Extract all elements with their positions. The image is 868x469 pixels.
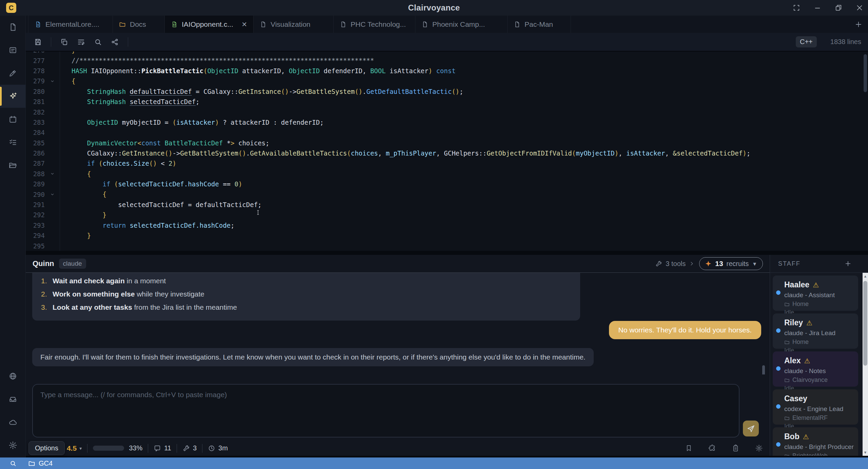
scroll-up-icon[interactable]: ▲ <box>863 273 868 279</box>
sidebar-item-settings[interactable] <box>0 434 26 457</box>
message-input[interactable] <box>32 384 739 437</box>
code-line-279[interactable]: 279{ <box>26 76 868 86</box>
staff-card-bob[interactable]: Bob⚠claude - Bright ProducerBrightonWebI… <box>773 427 858 456</box>
workspace-label: GC4 <box>39 460 53 467</box>
paper-plane-icon <box>747 424 755 433</box>
clipboard-icon[interactable] <box>732 444 739 452</box>
folder-icon <box>784 415 790 421</box>
restore-icon[interactable] <box>835 4 842 12</box>
code-line-295[interactable]: 295 <box>26 241 868 251</box>
add-staff-icon[interactable] <box>844 260 852 267</box>
code-line-289[interactable]: 289 if (selectedTacticDef.hashCode == 0) <box>26 179 868 189</box>
tools-label: 3 tools <box>666 260 686 268</box>
workspace-selector[interactable]: GC4 <box>28 460 53 467</box>
tools-link[interactable]: 3 tools <box>655 260 694 268</box>
fold-chevron-icon[interactable] <box>45 79 60 84</box>
line-number: 293 <box>26 222 45 229</box>
fold-chevron-icon[interactable] <box>45 192 60 197</box>
sidebar-item-board[interactable] <box>0 39 26 62</box>
sidebar-item-projects[interactable] <box>0 154 26 177</box>
tab-5[interactable]: PHC Technolog... <box>334 16 415 33</box>
scroll-down-icon[interactable]: ▼ <box>863 450 868 455</box>
staff-scrollbar[interactable]: ▲ ▼ <box>863 273 868 456</box>
staff-card-alex[interactable]: Alex⚠claude - NotesClairvoyanceIdle <box>773 351 858 387</box>
model-selector[interactable]: 4.5 ▾ <box>67 444 82 452</box>
sidebar-item-cloud[interactable] <box>0 411 26 434</box>
tab-6[interactable]: Phoenix Camp... <box>415 16 508 33</box>
line-number: 284 <box>26 129 45 136</box>
code-editor[interactable]: 276}277//*******************************… <box>26 52 868 251</box>
chat-header: Quinn claude 3 tools 13 recruits ▼ <box>26 255 770 273</box>
close-icon[interactable] <box>856 4 863 12</box>
assistant-message: 1.Wait and check again in a moment2.Work… <box>32 273 580 321</box>
code-line-288[interactable]: 288 { <box>26 169 868 179</box>
code-line-287[interactable]: 287 if (choices.Size() < 2) <box>26 158 868 168</box>
line-number: 295 <box>26 242 45 250</box>
staff-card-casey[interactable]: Caseycodex - Engine LeadElementalRFIdle <box>773 389 858 425</box>
tab-4[interactable]: Visualization <box>254 16 334 33</box>
plugin-icon[interactable] <box>708 444 716 452</box>
sidebar-item-pen[interactable] <box>0 62 26 85</box>
toolbar-divider <box>128 37 128 47</box>
copy-icon[interactable] <box>60 38 68 46</box>
model-label: 4.5 <box>67 444 77 452</box>
staff-scrollbar-thumb[interactable] <box>863 281 867 366</box>
chat-scrollbar-thumb[interactable] <box>762 365 765 374</box>
bookmark-icon[interactable] <box>685 444 693 452</box>
sidebar-item-inbox[interactable] <box>0 388 26 411</box>
code-line-292[interactable]: 292 } <box>26 210 868 220</box>
send-button[interactable] <box>743 421 759 436</box>
code-line-282[interactable]: 282 <box>26 107 868 117</box>
tab-3[interactable]: IAIOpponent.c...✕ <box>165 16 254 33</box>
code-line-285[interactable]: 285 DynamicVector<const BattleTacticDef … <box>26 138 868 148</box>
tab-2[interactable]: Docs <box>113 16 165 33</box>
options-button[interactable]: Options <box>28 441 65 455</box>
editor-scrollbar-thumb[interactable] <box>864 54 867 92</box>
code-line-280[interactable]: 280 StringHash defaultTacticDef = CGalax… <box>26 86 868 97</box>
search-icon[interactable] <box>94 38 102 46</box>
folder-open-icon <box>8 161 17 170</box>
folder-icon <box>784 302 790 307</box>
save-icon[interactable] <box>34 38 42 46</box>
code-line-277[interactable]: 277//***********************************… <box>26 55 868 65</box>
fullscreen-icon[interactable] <box>793 4 800 12</box>
code-line-290[interactable]: 290 { <box>26 189 868 199</box>
tab-1[interactable]: ElementalLore.... <box>28 16 113 33</box>
text-cursor-icon <box>255 210 261 220</box>
sidebar-item-globe[interactable] <box>0 365 26 388</box>
recruits-button[interactable]: 13 recruits ▼ <box>699 257 763 270</box>
code-line-294[interactable]: 294 } <box>26 230 868 241</box>
code-line-284[interactable]: 284 <box>26 127 868 138</box>
sidebar-item-calendar[interactable] <box>0 108 26 131</box>
line-number: 281 <box>26 98 45 105</box>
new-tab-icon[interactable] <box>854 20 863 28</box>
code-line-283[interactable]: 283 ObjectID myObjectID = (isAttacker) ?… <box>26 117 868 127</box>
language-badge[interactable]: C++ <box>796 36 817 47</box>
gear-icon[interactable] <box>755 444 763 452</box>
close-tab-icon[interactable]: ✕ <box>239 20 247 28</box>
online-dot <box>776 328 781 333</box>
code-line-278[interactable]: 278HASH IAIOpponent::PickBattleTactic(Ob… <box>26 66 868 76</box>
fold-chevron-icon[interactable] <box>45 171 60 176</box>
window-controls <box>793 0 863 16</box>
code-line-286[interactable]: 286 CGalaxy::GetInstance()->GetBattleSys… <box>26 148 868 158</box>
sidebar-item-ai-assistant[interactable] <box>0 85 26 108</box>
minimize-icon[interactable] <box>814 4 821 12</box>
code-line-293[interactable]: 293 return selectedTacticDef.hashCode; <box>26 220 868 230</box>
line-number: 294 <box>26 232 45 239</box>
code-line-291[interactable]: 291 selectedTacticDef = defaultTacticDef… <box>26 200 868 210</box>
user-message: No worries. They'll do it. Hold your hor… <box>609 321 761 339</box>
code-line-276[interactable]: 276} <box>26 52 868 55</box>
staff-card-riley[interactable]: Riley⚠claude - Jira LeadHomeIdle <box>773 313 858 349</box>
doc-icon <box>260 21 267 28</box>
sidebar-item-tasks[interactable] <box>0 131 26 154</box>
staff-card-haalee[interactable]: Haalee⚠claude - AssistantHomeIdle <box>773 276 858 311</box>
code-line-281[interactable]: 281 StringHash selectedTacticDef; <box>26 97 868 107</box>
search-icon[interactable] <box>9 460 17 467</box>
tab-7[interactable]: Pac-Man <box>508 16 571 33</box>
word-wrap-icon[interactable] <box>77 38 85 46</box>
sidebar-item-documents[interactable] <box>0 16 26 39</box>
share-icon[interactable] <box>111 38 119 46</box>
member-name: Casey <box>784 394 807 403</box>
globe-icon <box>8 372 17 381</box>
